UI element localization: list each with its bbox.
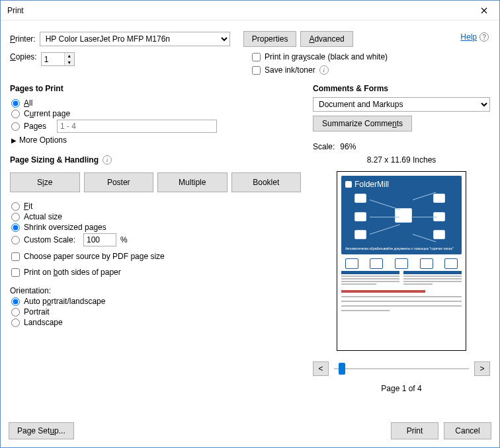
saveink-checkbox[interactable] bbox=[252, 66, 261, 75]
orient-portrait-row[interactable]: Portrait bbox=[11, 307, 301, 317]
page-indicator: Page 1 of 4 bbox=[313, 384, 490, 393]
scale-value: 96% bbox=[340, 142, 356, 151]
pages-all-radio[interactable] bbox=[11, 99, 20, 108]
pages-range-row: Pages bbox=[11, 120, 301, 133]
preview-nav: < > bbox=[313, 361, 490, 376]
fit-radio[interactable] bbox=[11, 202, 20, 211]
preview-doc-body bbox=[341, 257, 462, 346]
shrink-radio[interactable] bbox=[11, 223, 20, 232]
booklet-button[interactable]: Booklet bbox=[231, 172, 302, 192]
advanced-button[interactable]: Advanced bbox=[300, 31, 353, 47]
custom-scale-radio[interactable] bbox=[11, 236, 20, 244]
dialog-body: Help ? Printer: HP Color LaserJet Pro MF… bbox=[1, 20, 499, 422]
pages-to-print-title: Pages to Print bbox=[10, 84, 301, 93]
print-button[interactable]: Print bbox=[391, 422, 438, 439]
left-column: Pages to Print All Current page Pages bbox=[10, 84, 301, 416]
summarize-comments-button[interactable]: Summarize Comments bbox=[313, 116, 412, 131]
orient-auto-radio[interactable] bbox=[11, 297, 20, 306]
footer: Page Setup... Print Cancel bbox=[1, 422, 499, 447]
right-column: Comments & Forms Document and Markups Su… bbox=[313, 84, 490, 416]
help-label: Help bbox=[460, 32, 477, 42]
print-dialog: Print Help ? Printer: HP Color LaserJet … bbox=[0, 0, 500, 448]
copies-spinner[interactable]: ▲ ▼ bbox=[41, 52, 75, 66]
custom-scale-input bbox=[83, 233, 116, 246]
close-button[interactable] bbox=[469, 1, 499, 20]
actual-radio[interactable] bbox=[11, 213, 20, 221]
help-icon: ? bbox=[479, 32, 489, 42]
orient-portrait-radio[interactable] bbox=[11, 308, 20, 317]
poster-button[interactable]: Poster bbox=[84, 172, 154, 192]
paper-source-row[interactable]: Choose paper source by PDF page size bbox=[11, 252, 301, 261]
copies-label: Copies: bbox=[10, 52, 37, 61]
window-title: Print bbox=[7, 6, 24, 15]
orientation-title: Orientation: bbox=[10, 286, 301, 295]
orient-landscape-radio[interactable] bbox=[11, 318, 20, 327]
orient-landscape-row[interactable]: Landscape bbox=[11, 318, 301, 327]
actual-row[interactable]: Actual size bbox=[11, 212, 301, 221]
copies-row: Copies: ▲ ▼ Print in grayscale (black an… bbox=[10, 52, 490, 75]
sizing-title: Page Sizing & Handling bbox=[10, 155, 99, 165]
pages-range-radio[interactable] bbox=[11, 122, 20, 131]
close-icon bbox=[481, 7, 487, 14]
copies-up[interactable]: ▲ bbox=[65, 53, 74, 59]
pages-all-row[interactable]: All bbox=[11, 98, 301, 108]
fit-row[interactable]: Fit bbox=[11, 202, 301, 211]
info-icon[interactable]: i bbox=[103, 155, 112, 165]
comments-forms-title: Comments & Forms bbox=[313, 84, 490, 93]
preview-page: FolderMill bbox=[337, 171, 466, 351]
orient-auto-row[interactable]: Auto portrait/landscape bbox=[11, 297, 301, 306]
info-icon[interactable]: i bbox=[319, 65, 329, 75]
preview-next-button[interactable]: > bbox=[474, 361, 490, 376]
size-button[interactable]: Size bbox=[10, 172, 80, 192]
both-sides-checkbox[interactable] bbox=[11, 268, 20, 277]
sizing-mode-buttons: Size Poster Multiple Booklet bbox=[10, 172, 301, 192]
saveink-label: Save ink/toner bbox=[265, 65, 315, 75]
shrink-row[interactable]: Shrink oversized pages bbox=[11, 223, 301, 232]
both-sides-row[interactable]: Print on both sides of paper bbox=[11, 268, 301, 277]
preview-dimensions: 8.27 x 11.69 Inches bbox=[313, 155, 490, 165]
grayscale-checkbox[interactable] bbox=[252, 53, 261, 61]
grayscale-label: Print in grayscale (black and white) bbox=[265, 52, 388, 61]
preview-prev-button[interactable]: < bbox=[313, 361, 329, 376]
paper-source-checkbox[interactable] bbox=[11, 252, 20, 261]
pages-current-row[interactable]: Current page bbox=[11, 109, 301, 118]
properties-button[interactable]: Properties bbox=[243, 31, 297, 47]
help-link[interactable]: Help ? bbox=[460, 32, 489, 42]
custom-scale-row: Custom Scale: % bbox=[11, 233, 301, 246]
pages-range-label: Pages bbox=[24, 122, 53, 131]
pages-range-input[interactable] bbox=[57, 120, 217, 133]
printer-label: Printer: bbox=[10, 34, 36, 44]
printer-row: Printer: HP Color LaserJet Pro MFP M176n… bbox=[10, 31, 490, 47]
scale-label: Scale: bbox=[313, 142, 335, 151]
chevron-right-icon: ▶ bbox=[11, 137, 17, 144]
copies-input[interactable] bbox=[42, 53, 64, 65]
printer-select[interactable]: HP Color LaserJet Pro MFP M176n bbox=[40, 32, 230, 46]
multiple-button[interactable]: Multiple bbox=[157, 172, 228, 192]
saveink-checkbox-row[interactable]: Save ink/toner i bbox=[252, 65, 490, 75]
preview-doc-header: FolderMill bbox=[341, 176, 462, 254]
preview-slider[interactable] bbox=[334, 363, 469, 375]
preview-logo-text: FolderMill bbox=[354, 180, 389, 189]
grayscale-checkbox-row[interactable]: Print in grayscale (black and white) bbox=[252, 52, 490, 61]
more-options-toggle[interactable]: ▶ More Options bbox=[11, 135, 301, 145]
slider-thumb[interactable] bbox=[339, 363, 345, 375]
pages-current-radio[interactable] bbox=[11, 110, 20, 118]
cancel-button[interactable]: Cancel bbox=[444, 422, 491, 439]
page-setup-button[interactable]: Page Setup... bbox=[9, 422, 74, 439]
copies-down[interactable]: ▼ bbox=[65, 59, 74, 66]
comments-forms-select[interactable]: Document and Markups bbox=[313, 97, 490, 112]
titlebar: Print bbox=[1, 1, 499, 20]
